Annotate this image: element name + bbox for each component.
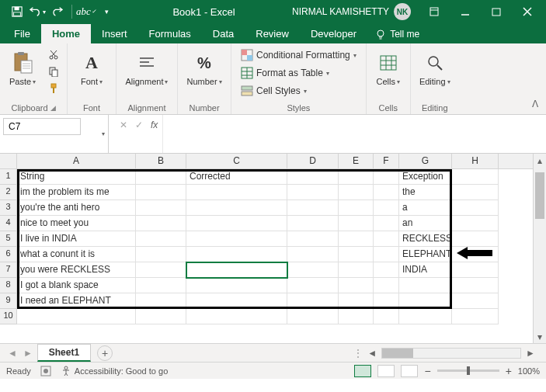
cut-button[interactable]: [45, 47, 62, 62]
cell-C4[interactable]: [186, 216, 287, 231]
select-all-corner[interactable]: [0, 154, 17, 168]
cell-E2[interactable]: [339, 185, 374, 200]
cell-A1[interactable]: String: [17, 169, 136, 185]
cell-G4[interactable]: an: [399, 216, 452, 231]
cell-G5[interactable]: RECKLESS: [399, 231, 452, 247]
column-header-B[interactable]: B: [136, 154, 186, 168]
cell-E8[interactable]: [339, 278, 374, 293]
cell-E7[interactable]: [339, 262, 374, 278]
cell-C5[interactable]: [186, 231, 287, 247]
format-as-table-button[interactable]: Format as Table▾: [236, 64, 361, 82]
cell-B10[interactable]: [136, 309, 186, 324]
cell-C10[interactable]: [186, 309, 287, 324]
name-box[interactable]: ▾: [0, 115, 109, 153]
cell-A2[interactable]: im the problem its me: [17, 185, 136, 200]
cell-F3[interactable]: [374, 200, 399, 216]
cell-G7[interactable]: INDIA: [399, 262, 452, 278]
cell-F5[interactable]: [374, 231, 399, 247]
row-header-5[interactable]: 5: [0, 231, 17, 247]
maximize-button[interactable]: [481, 0, 512, 23]
scroll-up-button[interactable]: ▴: [534, 154, 546, 167]
view-normal-button[interactable]: [354, 365, 371, 377]
row-header-2[interactable]: 2: [0, 185, 17, 200]
spellcheck-button[interactable]: abc✓: [77, 2, 96, 21]
cell-H5[interactable]: [452, 231, 499, 247]
cancel-formula-button[interactable]: ✕: [120, 120, 127, 130]
cell-E6[interactable]: [339, 247, 374, 262]
minimize-button[interactable]: [450, 0, 481, 23]
cell-E4[interactable]: [339, 216, 374, 231]
cell-D2[interactable]: [287, 185, 339, 200]
row-header-6[interactable]: 6: [0, 247, 17, 262]
horizontal-scrollbar[interactable]: [381, 348, 521, 359]
cell-G9[interactable]: [399, 293, 452, 309]
tab-insert[interactable]: Insert: [91, 24, 138, 43]
cell-B9[interactable]: [136, 293, 186, 309]
cell-H1[interactable]: [452, 169, 499, 185]
cell-G2[interactable]: the: [399, 185, 452, 200]
cell-B3[interactable]: [136, 200, 186, 216]
zoom-in-button[interactable]: +: [506, 365, 512, 377]
row-header-8[interactable]: 8: [0, 278, 17, 293]
format-painter-button[interactable]: [45, 81, 62, 96]
ribbon-display-button[interactable]: [419, 0, 450, 23]
cell-A3[interactable]: you're the anti hero: [17, 200, 136, 216]
tab-data[interactable]: Data: [202, 24, 245, 43]
cell-H8[interactable]: [452, 278, 499, 293]
hscroll-left[interactable]: ◄: [364, 348, 380, 359]
zoom-slider[interactable]: [437, 369, 499, 372]
close-button[interactable]: [512, 0, 543, 23]
row-header-3[interactable]: 3: [0, 200, 17, 216]
cell-F4[interactable]: [374, 216, 399, 231]
view-page-layout-button[interactable]: [377, 365, 395, 377]
zoom-out-button[interactable]: −: [424, 365, 430, 377]
cell-styles-button[interactable]: Cell Styles▾: [236, 82, 361, 99]
column-header-H[interactable]: H: [452, 154, 499, 168]
cell-G6[interactable]: ELEPHANT: [399, 247, 452, 262]
cell-A6[interactable]: what a conunt it is: [17, 247, 136, 262]
clipboard-dialog-launcher[interactable]: ◢: [50, 104, 56, 112]
name-box-dropdown[interactable]: ▾: [102, 130, 105, 137]
cell-H4[interactable]: [452, 216, 499, 231]
tab-formulas[interactable]: Formulas: [138, 24, 202, 43]
column-header-D[interactable]: D: [287, 154, 339, 168]
cell-C6[interactable]: [186, 247, 287, 262]
cell-A10[interactable]: [17, 309, 136, 324]
cell-B7[interactable]: [136, 262, 186, 278]
cell-A5[interactable]: I live in INDIA: [17, 231, 136, 247]
cell-F9[interactable]: [374, 293, 399, 309]
hscroll-right[interactable]: ►: [523, 348, 538, 359]
scroll-down-button[interactable]: ▾: [534, 330, 546, 343]
column-header-A[interactable]: A: [17, 154, 136, 168]
paste-button[interactable]: Paste▾: [5, 47, 40, 90]
cell-H7[interactable]: [452, 262, 499, 278]
tab-home[interactable]: Home: [41, 24, 91, 43]
sheet-nav-prev[interactable]: ◄: [5, 348, 20, 359]
cell-C9[interactable]: [186, 293, 287, 309]
cell-C3[interactable]: [186, 200, 287, 216]
cell-A9[interactable]: I need an ELEPHANT: [17, 293, 136, 309]
cell-B5[interactable]: [136, 231, 186, 247]
cell-F2[interactable]: [374, 185, 399, 200]
sheet-nav-next[interactable]: ►: [20, 348, 36, 359]
cell-G3[interactable]: a: [399, 200, 452, 216]
row-header-1[interactable]: 1: [0, 169, 17, 185]
cell-C7[interactable]: [186, 262, 287, 278]
redo-button[interactable]: [48, 2, 67, 21]
cell-B4[interactable]: [136, 216, 186, 231]
accessibility-status[interactable]: Accessibility: Good to go: [61, 366, 168, 376]
cell-H2[interactable]: [452, 185, 499, 200]
cell-B1[interactable]: [136, 169, 186, 185]
insert-function-button[interactable]: fx: [151, 120, 158, 130]
cell-C1[interactable]: Corrected: [186, 169, 287, 185]
save-button[interactable]: [8, 2, 26, 21]
conditional-formatting-button[interactable]: Conditional Formatting▾: [236, 47, 361, 64]
cell-G8[interactable]: [399, 278, 452, 293]
row-header-7[interactable]: 7: [0, 262, 17, 278]
formula-input[interactable]: [166, 118, 543, 134]
cell-G10[interactable]: [399, 309, 452, 324]
add-sheet-button[interactable]: +: [97, 345, 113, 361]
collapse-ribbon-button[interactable]: ᐱ: [529, 97, 541, 111]
font-dropdown[interactable]: A Font▾: [72, 47, 111, 90]
user-account[interactable]: NIRMAL KAMISHETTY NK: [292, 3, 411, 20]
